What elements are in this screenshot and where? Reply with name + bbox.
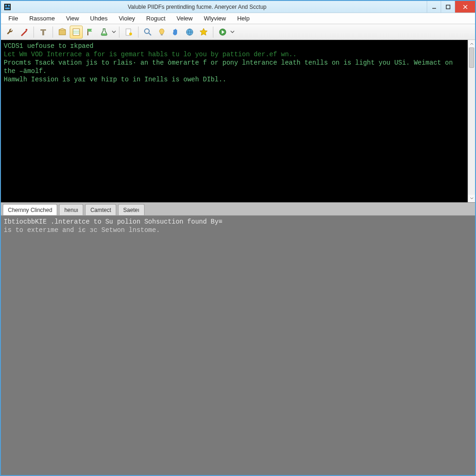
toolbar-separator	[53, 26, 53, 38]
chevron-down-icon[interactable]	[230, 26, 235, 39]
terminal-line: Procmts Tsack vation jis to rlais· an th…	[4, 59, 457, 75]
hand-icon[interactable]	[169, 26, 182, 39]
app-icon	[4, 3, 11, 11]
flask-icon[interactable]	[98, 26, 111, 39]
svg-rect-17	[161, 34, 163, 35]
svg-rect-10	[73, 29, 79, 35]
menu-uhdes[interactable]: Uhdes	[85, 14, 113, 23]
menu-violey[interactable]: Violey	[113, 14, 140, 23]
titlebar: Valuble PIIDFs prentindling fucme. Anery…	[1, 1, 475, 13]
svg-point-15	[145, 29, 149, 33]
menu-view[interactable]: View	[60, 14, 85, 23]
toolbar-separator	[33, 26, 34, 38]
scroll-track[interactable]	[468, 47, 475, 195]
svg-rect-5	[446, 5, 450, 9]
menu-roguct[interactable]: Roguct	[141, 14, 171, 23]
sheet-icon[interactable]	[70, 26, 83, 39]
menu-rassome[interactable]: Rassome	[24, 14, 60, 23]
tab-camtect[interactable]: Camtect	[85, 204, 116, 215]
lower-tabs: Chernny Clinched henuı Camtect Saeteı	[1, 203, 475, 216]
toolbar-separator	[119, 26, 119, 38]
close-button[interactable]	[455, 1, 475, 13]
search-icon[interactable]	[141, 26, 154, 39]
menu-wlyview[interactable]: Wlyview	[198, 14, 232, 23]
chevron-down-icon[interactable]	[112, 26, 116, 39]
tab-henu[interactable]: henuı	[59, 204, 83, 215]
terminal-scrollbar[interactable]	[468, 40, 475, 202]
svg-line-16	[149, 33, 151, 35]
terminal-output[interactable]: VCDS1 uefouse to ɪkpaed Lєt Wm VOD Inter…	[1, 40, 468, 202]
wrench-icon[interactable]	[4, 26, 17, 39]
scroll-up-icon[interactable]	[468, 40, 475, 47]
menubar: File Rassome View Uhdes Violey Roguct Ve…	[1, 13, 475, 24]
wand-icon[interactable]	[18, 26, 31, 39]
window-title: Valuble PIIDFs prentindling fucme. Anery…	[14, 4, 427, 10]
menu-help[interactable]: Help	[231, 14, 255, 23]
star-icon[interactable]	[197, 26, 210, 39]
toolbar-separator	[138, 26, 139, 38]
flag-icon[interactable]	[84, 26, 97, 39]
terminal-pane: VCDS1 uefouse to ɪkpaed Lєt Wm VOD Inter…	[1, 40, 475, 203]
menu-velew[interactable]: Velew	[171, 14, 198, 23]
bulb-icon[interactable]	[155, 26, 168, 39]
maximize-button[interactable]	[441, 1, 455, 13]
terminal-line: Hamwlh Iession is yaɪ ve hiɪp to in Inel…	[4, 76, 226, 83]
scroll-down-icon[interactable]	[468, 195, 475, 202]
toolbar-separator	[213, 26, 213, 38]
globe-run-icon[interactable]	[216, 26, 229, 39]
box-icon[interactable]	[56, 26, 69, 39]
terminal-line: Lєt Wm VOD Interrace a for is gemart hab…	[4, 51, 297, 58]
lower-line: IbtiocbbKIE .lnteratce to Su polion Sohs…	[4, 218, 222, 225]
tab-chernny-clinched[interactable]: Chernny Clinched	[3, 204, 57, 215]
page-icon[interactable]	[122, 26, 135, 39]
svg-rect-2	[8, 5, 10, 7]
terminal-line: VCDS1 uefouse to ɪkpaed	[4, 42, 93, 50]
lower-output-pane[interactable]: IbtiocbbKIE .lnteratce to Su polion Sohs…	[1, 216, 475, 475]
scroll-thumb[interactable]	[469, 47, 474, 68]
globe-icon[interactable]	[183, 26, 196, 39]
toolbar	[1, 24, 475, 40]
menu-file[interactable]: File	[3, 14, 24, 23]
tab-saete[interactable]: Saeteı	[118, 204, 145, 215]
svg-rect-1	[5, 5, 7, 7]
lower-line: is to exterıme and iє зc Setwon lnstome.	[4, 226, 160, 234]
app-window: Valuble PIIDFs prentindling fucme. Anery…	[0, 0, 476, 476]
svg-rect-9	[59, 30, 66, 35]
svg-point-8	[26, 29, 27, 31]
text-icon[interactable]	[37, 26, 50, 39]
svg-point-14	[129, 33, 132, 35]
svg-rect-3	[5, 7, 10, 9]
minimize-button[interactable]	[427, 1, 441, 13]
window-controls	[427, 1, 475, 13]
